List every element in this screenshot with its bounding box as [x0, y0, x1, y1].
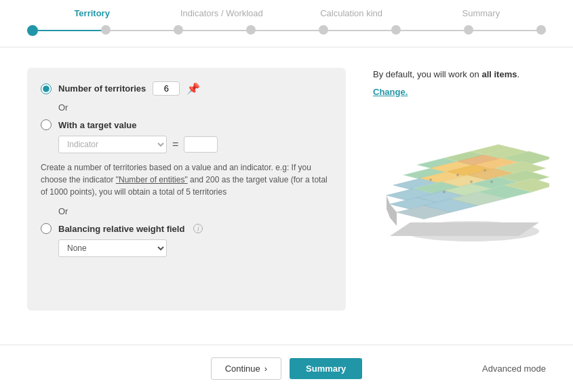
- dot-8: [536, 25, 546, 35]
- step-territory[interactable]: Territory: [27, 8, 157, 18]
- pin-icon: 📌: [186, 82, 200, 95]
- dot-6: [391, 25, 401, 35]
- info-text-prefix: By default, you will work on: [373, 69, 481, 79]
- step-indicators[interactable]: Indicators / Workload: [157, 8, 286, 18]
- option2-row: With a target value: [41, 119, 332, 130]
- option1-label: Number of territories: [58, 83, 146, 94]
- option3-row: Balancing relative weight field i: [41, 223, 332, 234]
- advanced-mode-link[interactable]: Advanced mode: [482, 364, 546, 374]
- svg-marker-30: [387, 195, 390, 218]
- svg-marker-1: [390, 222, 539, 236]
- territory-map-svg: [373, 117, 549, 246]
- info-text: By default, you will work on all items.: [373, 68, 519, 81]
- radio-target-value[interactable]: [41, 119, 52, 130]
- dot-1: [27, 25, 38, 36]
- dot-7: [464, 25, 473, 35]
- info-text-suffix: .: [517, 69, 519, 79]
- territory-map: [373, 117, 549, 239]
- svg-point-31: [456, 174, 459, 176]
- svg-point-35: [429, 178, 432, 181]
- info-text-bold: all items: [481, 69, 517, 79]
- step-dots: [27, 25, 546, 36]
- option2-label: With a target value: [58, 120, 136, 130]
- wizard-steps: Territory Indicators / Workload Calculat…: [27, 8, 546, 18]
- wizard-header: Territory Indicators / Workload Calculat…: [0, 0, 573, 47]
- or-divider-1: Or: [58, 102, 332, 113]
- equals-sign: =: [172, 138, 178, 151]
- none-select[interactable]: None: [58, 239, 167, 257]
- step-summary-tab[interactable]: Summary: [416, 8, 546, 18]
- radio-balancing[interactable]: [41, 223, 52, 234]
- svg-point-32: [470, 180, 473, 183]
- svg-marker-29: [390, 204, 397, 226]
- dot-5: [319, 25, 328, 35]
- svg-point-33: [483, 169, 486, 172]
- indicator-select[interactable]: Indicator: [58, 136, 167, 153]
- option1-row: Number of territories 📌: [41, 81, 332, 96]
- dot-4: [246, 25, 256, 35]
- continue-arrow: ›: [264, 364, 267, 374]
- continue-button[interactable]: Continue ›: [211, 357, 281, 380]
- option3-label: Balancing relative weight field: [58, 224, 184, 234]
- dot-2: [101, 25, 111, 35]
- bottom-bar: Continue › Summary Advanced mode: [0, 345, 573, 392]
- radio-number-of-territories[interactable]: [41, 83, 52, 94]
- dot-3: [174, 25, 183, 35]
- left-panel: Number of territories 📌 Or With a target…: [27, 68, 346, 311]
- wizard-track: [27, 25, 546, 36]
- continue-label: Continue: [225, 364, 260, 374]
- description-text: Create a number of territories based on …: [41, 161, 332, 198]
- target-value-input[interactable]: [184, 136, 218, 153]
- or-divider-2: Or: [58, 206, 332, 216]
- territories-count-input[interactable]: [153, 81, 180, 96]
- indicator-row: Indicator =: [58, 136, 332, 153]
- step-calculation[interactable]: Calculation kind: [287, 8, 416, 18]
- change-link[interactable]: Change.: [373, 87, 408, 97]
- summary-button[interactable]: Summary: [290, 358, 362, 379]
- right-panel: By default, you will work on all items. …: [373, 68, 549, 311]
- svg-point-36: [490, 180, 493, 183]
- info-icon[interactable]: i: [193, 224, 203, 233]
- main-content: Number of territories 📌 Or With a target…: [0, 47, 573, 324]
- svg-point-34: [443, 191, 446, 193]
